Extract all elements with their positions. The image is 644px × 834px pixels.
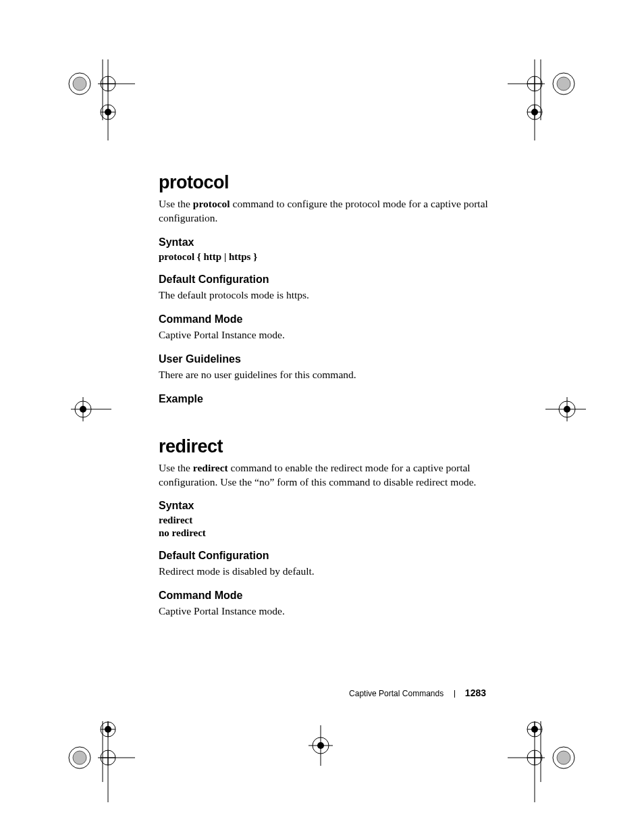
heading-syntax: Syntax bbox=[159, 236, 496, 249]
syntax-line: redirect bbox=[159, 515, 496, 526]
svg-point-34 bbox=[73, 751, 86, 764]
page-footer: Captive Portal Commands 1283 bbox=[159, 687, 486, 698]
registration-mark-icon bbox=[98, 721, 135, 802]
svg-point-1 bbox=[69, 73, 90, 95]
intro-bold: protocol bbox=[193, 198, 230, 209]
section-title-protocol: protocol bbox=[159, 172, 496, 193]
page-content: protocol Use the protocol command to con… bbox=[159, 172, 496, 627]
default-config-body: Redirect mode is disabled by default. bbox=[159, 565, 496, 579]
svg-point-2 bbox=[73, 77, 86, 90]
section-intro: Use the protocol command to configure th… bbox=[159, 197, 496, 226]
default-config-body: The default protocols mode is https. bbox=[159, 288, 496, 303]
heading-default-config: Default Configuration bbox=[159, 550, 496, 562]
intro-text: Use the bbox=[159, 462, 193, 473]
svg-point-8 bbox=[101, 105, 115, 120]
svg-point-50 bbox=[527, 750, 542, 765]
svg-point-38 bbox=[105, 726, 111, 733]
svg-point-23 bbox=[557, 77, 570, 90]
svg-point-26 bbox=[75, 401, 91, 417]
svg-point-41 bbox=[101, 750, 115, 765]
heading-command-mode: Command Mode bbox=[159, 590, 496, 602]
svg-point-54 bbox=[553, 747, 574, 768]
command-mode-body: Captive Portal Instance mode. bbox=[159, 328, 496, 342]
svg-point-47 bbox=[531, 726, 538, 733]
syntax-line: protocol { http | https } bbox=[159, 251, 496, 263]
svg-point-22 bbox=[553, 73, 574, 95]
section-title-redirect: redirect bbox=[159, 436, 496, 457]
syntax-line: no redirect bbox=[159, 527, 496, 539]
registration-mark-icon bbox=[545, 389, 586, 429]
svg-point-5 bbox=[101, 76, 115, 91]
footer-separator-icon bbox=[454, 690, 455, 698]
heading-example: Example bbox=[159, 393, 496, 405]
heading-command-mode: Command Mode bbox=[159, 313, 496, 325]
svg-point-17 bbox=[527, 105, 542, 120]
registration-mark-icon bbox=[98, 59, 135, 140]
svg-point-55 bbox=[557, 751, 570, 764]
heading-user-guidelines: User Guidelines bbox=[159, 353, 496, 365]
registration-mark-icon bbox=[304, 725, 338, 766]
footer-chapter: Captive Portal Commands bbox=[349, 689, 444, 698]
registration-mark-icon bbox=[508, 721, 545, 802]
registration-mark-icon bbox=[66, 59, 103, 120]
registration-mark-icon bbox=[71, 389, 111, 429]
svg-point-58 bbox=[313, 737, 329, 754]
heading-default-config: Default Configuration bbox=[159, 273, 496, 286]
svg-point-30 bbox=[559, 401, 575, 417]
registration-mark-icon bbox=[540, 59, 577, 120]
svg-point-31 bbox=[564, 406, 570, 413]
user-guidelines-body: There are no user guidelines for this co… bbox=[159, 368, 496, 382]
section-intro: Use the redirect command to enable the r… bbox=[159, 461, 496, 490]
registration-mark-icon bbox=[66, 721, 103, 782]
svg-point-59 bbox=[317, 742, 324, 749]
svg-point-14 bbox=[527, 76, 542, 91]
registration-mark-icon bbox=[508, 59, 545, 140]
svg-point-18 bbox=[531, 109, 538, 115]
svg-point-37 bbox=[101, 722, 115, 737]
heading-syntax: Syntax bbox=[159, 500, 496, 512]
svg-point-46 bbox=[527, 722, 542, 737]
svg-point-27 bbox=[80, 406, 86, 413]
intro-text: Use the bbox=[159, 198, 193, 209]
svg-point-33 bbox=[69, 747, 90, 768]
command-mode-body: Captive Portal Instance mode. bbox=[159, 604, 496, 619]
footer-page-number: 1283 bbox=[465, 687, 486, 698]
intro-bold: redirect bbox=[193, 462, 228, 473]
svg-point-9 bbox=[105, 109, 111, 115]
registration-mark-icon bbox=[540, 721, 577, 782]
